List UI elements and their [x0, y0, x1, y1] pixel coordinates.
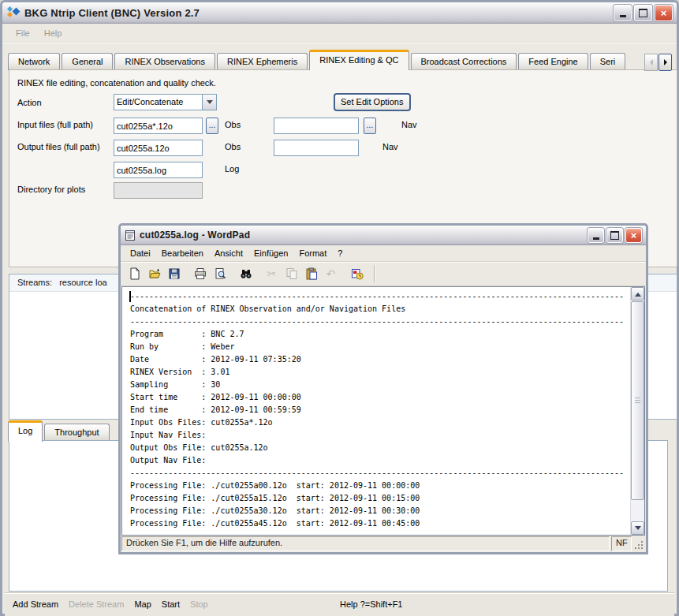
log-line: Output Nav File: — [130, 454, 630, 467]
input-nav-field[interactable] — [274, 118, 359, 134]
resize-grip[interactable] — [633, 536, 645, 551]
menu-item[interactable]: ? — [332, 247, 348, 259]
undo-icon: ↶ — [322, 265, 340, 282]
action-button[interactable]: Map — [134, 599, 151, 609]
print-preview-icon[interactable] — [211, 265, 229, 282]
log-line: Concatenation of RINEX Observation and/o… — [130, 303, 630, 315]
paste-icon[interactable] — [302, 265, 320, 282]
copy-icon — [282, 265, 300, 282]
wordpad-titlebar[interactable]: cut0255a.log - WordPad × — [121, 226, 646, 245]
date-time-icon[interactable] — [348, 265, 366, 282]
toolbar-separator — [374, 265, 375, 282]
input-obs-field[interactable] — [114, 118, 203, 134]
wordpad-toolbar: ✂ ↶ — [121, 262, 646, 286]
tab[interactable]: Throughput — [44, 424, 109, 441]
log-line: Start time : 2012-09-11 00:00:00 — [130, 391, 630, 404]
log-line: Processing File: ./cut0255a00.12o start:… — [130, 480, 630, 492]
log-line: ----------------------------------------… — [130, 315, 630, 328]
scroll-down-icon[interactable] — [631, 521, 644, 535]
chevron-down-icon[interactable] — [202, 95, 216, 110]
tab-scroll-right-icon[interactable] — [658, 54, 672, 71]
browse-input-obs-button[interactable]: ... — [206, 118, 218, 134]
wordpad-statusbar: Drücken Sie F1, um die Hilfe aufzurufen.… — [121, 536, 646, 552]
input-files-label: Input files (full path) — [17, 120, 93, 129]
menu-item[interactable]: File — [9, 27, 36, 39]
log-line: Processing File: ./cut0255a15.12o start:… — [130, 492, 630, 505]
wordpad-document-icon — [125, 230, 136, 241]
save-icon[interactable] — [165, 265, 183, 282]
set-edit-options-button[interactable]: Set Edit Options — [334, 93, 411, 111]
wordpad-minimize-button[interactable] — [588, 228, 604, 243]
bnc-close-button[interactable]: × — [655, 5, 673, 21]
tab[interactable]: Feed Engine — [518, 53, 588, 70]
action-select[interactable]: Edit/Concatenate — [114, 94, 217, 110]
tab[interactable]: RINEX Observations — [114, 53, 215, 70]
action-button[interactable]: Start — [162, 599, 180, 609]
menu-item[interactable]: Ansicht — [209, 247, 248, 259]
log-line: Processing File: ./cut0255a30.12o start:… — [130, 505, 630, 517]
bnc-window-title: BKG Ntrip Client (BNC) Version 2.7 — [24, 7, 610, 19]
tab[interactable]: Network — [8, 53, 60, 70]
action-button[interactable]: Add Stream — [13, 599, 58, 609]
log-line: Program : BNC 2.7 — [130, 328, 630, 341]
obs-label: Obs — [225, 120, 241, 129]
scrollbar-thumb[interactable] — [631, 301, 644, 500]
scroll-up-icon[interactable] — [631, 287, 644, 301]
wordpad-close-button[interactable]: × — [625, 228, 642, 243]
status-nf-indicator: NF — [611, 536, 632, 551]
menu-item[interactable]: Bearbeiten — [156, 247, 209, 259]
log-line: Output Obs File: cut0255a.12o — [130, 442, 630, 454]
tab[interactable]: General — [62, 53, 113, 70]
cut-icon: ✂ — [263, 265, 281, 282]
tab[interactable]: RINEX Editing & QC — [309, 50, 409, 70]
wordpad-window: cut0255a.log - WordPad × DateiBearbeiten… — [118, 223, 648, 554]
wordpad-maximize-button[interactable] — [606, 228, 623, 243]
bnc-titlebar[interactable]: BKG Ntrip Client (BNC) Version 2.7 × — [2, 2, 677, 24]
menu-item[interactable]: Format — [293, 247, 332, 259]
nav-label: Nav — [382, 142, 398, 151]
menu-item[interactable]: Einfügen — [248, 247, 293, 259]
wordpad-window-title: cut0255a.log - WordPad — [140, 230, 584, 241]
bnc-maximize-button[interactable] — [634, 5, 652, 21]
panel-description: RINEX file editing, concatenation and qu… — [17, 78, 216, 88]
bnc-minimize-button[interactable] — [614, 5, 632, 21]
text-caret — [129, 291, 131, 302]
output-log-field[interactable] — [114, 162, 203, 178]
bnc-menubar: FileHelp — [2, 24, 677, 43]
tab[interactable]: Log — [8, 420, 43, 442]
status-message: Drücken Sie F1, um die Hilfe aufzurufen. — [121, 536, 610, 551]
action-button: Stop — [190, 599, 208, 609]
plots-dir-field — [114, 182, 203, 199]
find-icon[interactable] — [237, 265, 255, 282]
obs-label: Obs — [225, 142, 241, 151]
log-line: Processing File: ./cut0255a45.12o start:… — [130, 517, 630, 530]
log-line: Input Obs Files: cut0255a*.12o — [130, 416, 630, 429]
nav-label: Nav — [401, 120, 417, 129]
log-line: Sampling : 30 — [130, 379, 630, 391]
action-button: Delete Stream — [69, 599, 124, 609]
output-obs-field[interactable] — [114, 140, 203, 156]
log-line: Date : 2012-09-11 07:35:20 — [130, 353, 630, 366]
open-icon[interactable] — [145, 265, 163, 282]
vertical-scrollbar[interactable] — [630, 287, 644, 535]
tab[interactable]: Seri — [590, 53, 626, 70]
bnc-tabstrip: NetworkGeneralRINEX ObservationsRINEX Ep… — [8, 50, 646, 70]
tab[interactable]: RINEX Ephemeris — [217, 53, 308, 70]
log-label: Log — [225, 164, 239, 174]
help-shortcut-label: Help ?=Shift+F1 — [340, 599, 403, 609]
plots-dir-label: Directory for plots — [17, 185, 85, 194]
output-nav-field[interactable] — [274, 140, 359, 156]
bnc-action-bar: Add StreamDelete StreamMapStartStop Help… — [5, 592, 674, 616]
browse-input-nav-button[interactable]: ... — [364, 118, 376, 134]
log-line: Input Nav Files: — [130, 429, 630, 442]
menu-item[interactable]: Help — [38, 27, 69, 39]
log-line: ----------------------------------------… — [130, 467, 630, 480]
menu-item[interactable]: Datei — [125, 247, 156, 259]
new-icon[interactable] — [125, 265, 144, 282]
output-files-label: Output files (full path) — [17, 142, 100, 151]
bnc-app-icon — [6, 6, 21, 19]
wordpad-document[interactable]: ----------------------------------------… — [121, 286, 645, 536]
tab[interactable]: Broadcast Corrections — [411, 53, 517, 70]
print-icon[interactable] — [191, 265, 209, 282]
log-line: ----------------------------------------… — [130, 290, 630, 303]
